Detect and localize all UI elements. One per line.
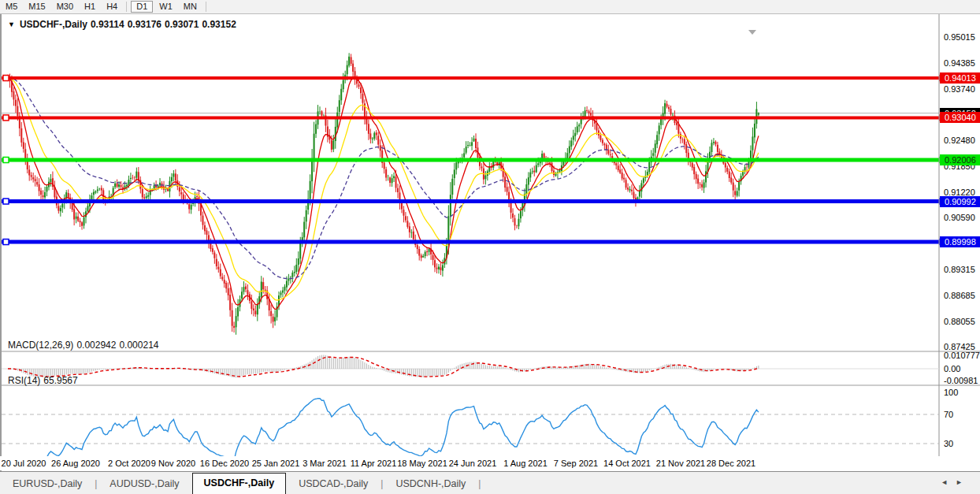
- date-tick-label: 18 May 2021: [397, 459, 447, 468]
- date-tick-label: 14 Oct 2021: [603, 459, 651, 468]
- macd-indicator-label: MACD(12,26,9)0.0029420.000214: [8, 340, 162, 351]
- price-tick-label: 0.93740: [944, 84, 980, 95]
- rsi-axis-label: 30: [944, 438, 980, 449]
- price-tick-label: 0.88055: [944, 316, 980, 327]
- toolbar-separator: [126, 2, 127, 12]
- line-price-label: 0.90992: [940, 196, 980, 207]
- date-tick-label: 9 Nov 2020: [151, 459, 195, 468]
- tab-divider: |: [478, 474, 481, 494]
- price-tick-label: 0.95015: [944, 32, 980, 43]
- toolbar-separator: [206, 2, 206, 12]
- chart-tab-usdchf[interactable]: USDCHF-,Daily: [192, 473, 287, 494]
- price-tick-label: 0.92480: [944, 135, 980, 146]
- date-tick-label: 1 Aug 2021: [503, 459, 548, 468]
- chart-tab-audusd[interactable]: AUDUSD-,Daily: [97, 474, 191, 494]
- line-price-label: 0.89998: [940, 236, 980, 247]
- scroll-left-icon: ◄: [941, 478, 956, 486]
- scroll-right-icon: ►: [956, 478, 971, 486]
- timeframe-button-m5[interactable]: M5: [1, 1, 22, 13]
- date-axis: 20 Jul 202026 Aug 20202 Oct 20209 Nov 20…: [0, 456, 980, 470]
- chart-tab-bar: EURUSD-,Daily|AUDUSD-,DailyUSDCHF-,Daily…: [0, 471, 980, 494]
- chart-title: ▼USDCHF-,Daily0.931140.931760.930710.931…: [8, 19, 239, 30]
- date-tick-label: 24 Jun 2021: [449, 459, 497, 468]
- chart-tab-eurusd[interactable]: EURUSD-,Daily: [0, 474, 95, 494]
- timeframe-toolbar: M5M15M30H1H4D1W1MN: [0, 0, 980, 14]
- date-tick-label: 28 Dec 2021: [707, 459, 755, 468]
- date-tick-label: 26 Aug 2020: [51, 459, 100, 468]
- chart-tab-usdcad[interactable]: USDCAD-,Daily: [286, 474, 380, 494]
- date-tick-label: 16 Dec 2020: [200, 459, 249, 468]
- date-tick-label: 3 Mar 2021: [303, 459, 347, 468]
- trading-platform-window: M5M15M30H1H4D1W1MN ▼USDCHF-,Daily0.93114…: [0, 0, 980, 494]
- rsi-indicator-label: RSI(14)65.9567: [8, 375, 81, 386]
- timeframe-button-h1[interactable]: H1: [80, 1, 100, 13]
- timeframe-button-m15[interactable]: M15: [24, 1, 50, 13]
- ohlc-close: 0.93152: [202, 19, 236, 30]
- timeframe-button-m30[interactable]: M30: [52, 1, 78, 13]
- macd-axis-label: 0.00: [944, 363, 980, 374]
- line-price-label: 0.93040: [940, 112, 980, 123]
- timeframe-button-w1[interactable]: W1: [154, 1, 177, 13]
- price-tick-label: 0.89315: [944, 264, 980, 275]
- date-tick-label: 7 Sep 2021: [554, 459, 598, 468]
- chart-symbol-label: USDCHF-,Daily: [20, 19, 87, 30]
- rsi-axis-label: 100: [944, 387, 980, 398]
- timeframe-button-mn[interactable]: MN: [179, 1, 202, 13]
- date-tick-label: 11 Apr 2021: [351, 459, 397, 468]
- date-tick-label: 20 Jul 2020: [2, 459, 46, 468]
- ohlc-high: 0.93176: [128, 19, 161, 30]
- macd-axis-label: 0.010777: [944, 350, 980, 361]
- macd-axis-label: -0.00981: [944, 375, 980, 386]
- chart-tab-usdcnh[interactable]: USDCNH-,Daily: [383, 474, 478, 494]
- ohlc-open: 0.93114: [91, 19, 124, 30]
- date-tick-label: 25 Jan 2021: [252, 459, 300, 468]
- ohlc-low: 0.93071: [165, 19, 199, 30]
- price-chart-plot[interactable]: [2, 14, 980, 471]
- tab-scroll-arrows[interactable]: ◄►: [941, 478, 971, 486]
- line-price-label: 0.92006: [940, 154, 980, 165]
- price-tick-label: 0.88685: [944, 290, 980, 301]
- date-tick-label: 21 Nov 2021: [656, 459, 705, 468]
- timeframe-button-d1[interactable]: D1: [131, 1, 153, 13]
- chevron-down-icon[interactable]: ▼: [8, 20, 15, 28]
- timeframe-button-h4[interactable]: H4: [102, 1, 122, 13]
- price-tick-label: 0.94385: [944, 58, 980, 69]
- rsi-axis-label: 70: [944, 409, 980, 420]
- chart-window: ▼USDCHF-,Daily0.931140.931760.930710.931…: [0, 14, 980, 471]
- line-price-label: 0.94013: [940, 72, 980, 84]
- date-tick-label: 2 Oct 2020: [108, 459, 150, 468]
- price-tick-label: 0.90590: [944, 212, 980, 223]
